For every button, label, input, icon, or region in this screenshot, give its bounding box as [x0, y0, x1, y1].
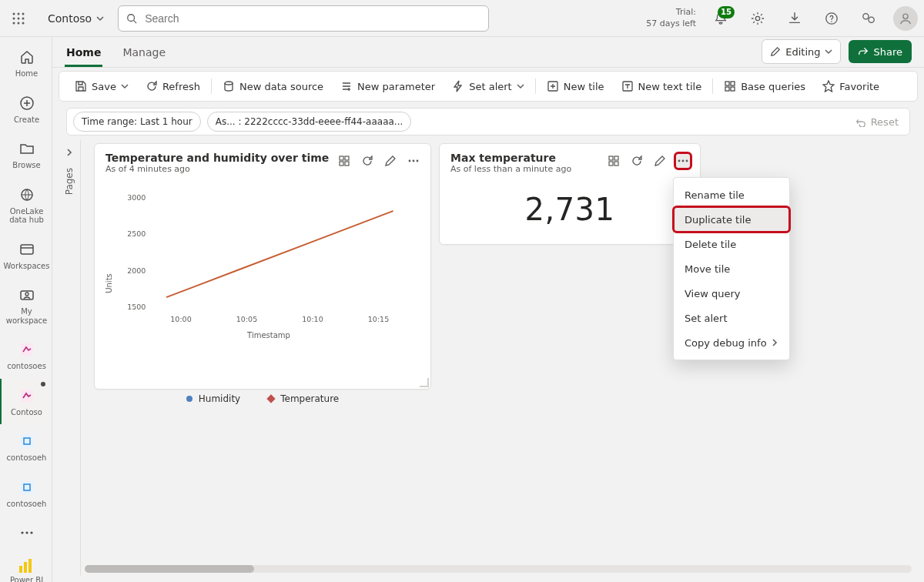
- notifications-badge: 15: [718, 6, 735, 18]
- feedback-button[interactable]: [853, 3, 884, 34]
- star-icon: [822, 80, 835, 92]
- ellipsis-icon: [407, 159, 420, 163]
- reset-button[interactable]: Reset: [851, 116, 903, 128]
- tile-edit-button[interactable]: [383, 153, 398, 169]
- leftrail-contosoeh-2[interactable]: contosoeh: [0, 470, 52, 517]
- ctx-set-alert[interactable]: Set alert: [674, 306, 789, 330]
- lightning-icon: [452, 80, 464, 92]
- tile-explore-button[interactable]: [606, 153, 621, 169]
- folder-icon: [16, 138, 38, 159]
- svg-text:10:00: 10:00: [170, 315, 191, 323]
- set-alert-button[interactable]: Set alert: [444, 75, 532, 98]
- svg-rect-23: [21, 390, 33, 402]
- leftrail-contosoes[interactable]: contosoes: [0, 333, 52, 379]
- resize-handle[interactable]: [420, 378, 429, 387]
- tile-refresh-button[interactable]: [629, 153, 644, 169]
- leftrail-my-workspace[interactable]: My workspace: [0, 278, 52, 333]
- leftrail-more[interactable]: [0, 516, 52, 551]
- svg-text:1500: 1500: [127, 303, 146, 311]
- favorite-button[interactable]: Favorite: [815, 75, 887, 98]
- workspace-switcher[interactable]: Contoso: [40, 8, 112, 29]
- share-icon: [858, 46, 869, 57]
- tile-title: Temperature and humidity over time: [105, 152, 330, 164]
- tile-explore-button[interactable]: [336, 153, 352, 169]
- leftrail-contoso[interactable]: Contoso: [0, 379, 52, 425]
- metric-value: 2,731: [524, 191, 614, 226]
- pages-label: Pages: [64, 168, 75, 195]
- svg-point-16: [903, 14, 908, 18]
- svg-point-8: [22, 22, 25, 24]
- new-text-tile-button[interactable]: New text tile: [614, 75, 710, 98]
- scrollbar-thumb[interactable]: [85, 565, 254, 573]
- help-icon: [825, 12, 839, 25]
- account-button[interactable]: [893, 6, 918, 31]
- search-input[interactable]: [143, 12, 480, 25]
- tab-home[interactable]: Home: [65, 40, 102, 67]
- tile-edit-button[interactable]: [652, 153, 668, 169]
- svg-point-40: [409, 160, 411, 162]
- leftrail-browse[interactable]: Browse: [0, 132, 52, 178]
- editing-mode-button[interactable]: Editing: [762, 39, 841, 64]
- notifications-button[interactable]: 15: [705, 3, 736, 34]
- parameter-pill[interactable]: As... : 2222cccc-33dd-eeee-ff44-aaaaa...: [207, 112, 412, 132]
- parameter-icon: [340, 80, 353, 92]
- ctx-copy-debug[interactable]: Copy debug info: [674, 330, 789, 355]
- tile-more-button[interactable]: [406, 153, 421, 169]
- eventhouse-icon: [16, 430, 38, 452]
- kusto-icon: [16, 339, 38, 360]
- ctx-view-query[interactable]: View query: [674, 281, 789, 306]
- leftrail-contosoeh-1[interactable]: contosoeh: [0, 424, 52, 470]
- svg-rect-35: [731, 87, 735, 91]
- new-datasource-button[interactable]: New data source: [215, 75, 331, 98]
- svg-point-1: [18, 12, 20, 15]
- svg-point-21: [25, 293, 28, 296]
- plus-circle-icon: [16, 92, 38, 114]
- ctx-delete-tile[interactable]: Delete tile: [674, 232, 789, 256]
- svg-rect-24: [21, 435, 33, 447]
- pencil-icon: [770, 46, 781, 57]
- app-launcher-button[interactable]: [3, 3, 34, 34]
- chart: Units 1500 2000 2500 3000: [95, 177, 430, 389]
- chart-legend: Humidity Temperature: [95, 389, 430, 410]
- share-button[interactable]: Share: [849, 40, 912, 63]
- svg-rect-38: [340, 162, 343, 166]
- chevron-right-icon: [771, 339, 778, 346]
- leftrail-workspaces[interactable]: Workspaces: [0, 232, 52, 279]
- new-tile-button[interactable]: New tile: [539, 75, 612, 98]
- tile-refresh-button[interactable]: [360, 153, 375, 169]
- leftrail-powerbi[interactable]: Power BI: [0, 551, 52, 582]
- ctx-rename-tile[interactable]: Rename tile: [674, 182, 789, 207]
- download-button[interactable]: [779, 3, 810, 34]
- chevron-right-icon: [65, 149, 73, 156]
- svg-rect-19: [21, 245, 33, 254]
- tab-manage[interactable]: Manage: [121, 40, 167, 67]
- svg-point-26: [21, 531, 23, 534]
- tile-more-button[interactable]: [675, 153, 691, 169]
- settings-button[interactable]: [742, 3, 773, 34]
- help-button[interactable]: [816, 3, 847, 34]
- new-parameter-button[interactable]: New parameter: [333, 75, 443, 98]
- pages-expand-button[interactable]: [62, 145, 77, 160]
- tile-subtitle: As of 4 minutes ago: [105, 164, 330, 174]
- refresh-button[interactable]: Refresh: [138, 75, 208, 98]
- horizontal-scrollbar[interactable]: [85, 565, 912, 573]
- circle-marker-icon: [186, 396, 192, 402]
- base-queries-button[interactable]: Base queries: [716, 75, 813, 98]
- leftrail-create[interactable]: Create: [0, 86, 52, 132]
- leftrail-home[interactable]: Home: [0, 40, 52, 86]
- save-button[interactable]: Save: [67, 75, 136, 98]
- x-axis-label: Timestamp: [115, 331, 423, 340]
- svg-rect-52: [614, 156, 618, 160]
- left-rail: Home Create Browse OneLake data hub Work…: [0, 37, 52, 582]
- ctx-duplicate-tile[interactable]: Duplicate tile: [674, 207, 789, 232]
- search-bar[interactable]: [118, 5, 489, 32]
- svg-rect-22: [21, 343, 33, 356]
- time-range-pill[interactable]: Time range: Last 1 hour: [73, 112, 201, 132]
- chart-plot: 1500 2000 2500 3000 10:00 10:05: [115, 182, 423, 328]
- powerbi-icon: [19, 557, 35, 573]
- home-icon: [16, 46, 38, 68]
- ctx-move-tile[interactable]: Move tile: [674, 256, 789, 281]
- leftrail-onelake[interactable]: OneLake data hub: [0, 178, 52, 232]
- svg-point-5: [22, 17, 25, 19]
- legend-humidity: Humidity: [186, 393, 240, 404]
